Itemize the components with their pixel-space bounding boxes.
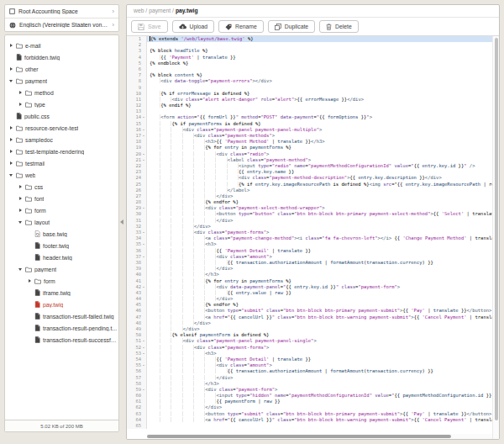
code-line-21[interactable]: 21- <label class="payment-method"> (127, 157, 493, 163)
code-text[interactable]: <h3> (147, 241, 493, 247)
code-text[interactable]: <button type="submit" class="btn btn-blo… (147, 411, 493, 417)
caret-down-icon[interactable] (18, 219, 23, 225)
code-line-17[interactable]: 17- <div class="payment-methods"> (127, 133, 493, 139)
code-line-52[interactable]: 52- <div class="payment-forms"> (127, 345, 493, 351)
code-text[interactable] (147, 85, 493, 91)
code-text[interactable]: </div> (147, 296, 493, 302)
code-text[interactable]: <h3> (147, 351, 493, 357)
breadcrumb-segment-web[interactable]: web (134, 8, 144, 13)
code-text[interactable]: <div class="payment-form"> (147, 387, 493, 393)
tree-folder-testmail[interactable]: testmail (5, 157, 118, 169)
tree-folder-font[interactable]: font (5, 193, 118, 204)
fold-marker[interactable]: - (141, 151, 146, 157)
code-line-5[interactable]: 5{% endblock %} (127, 61, 493, 66)
tree-file-header.twig[interactable]: header.twig (5, 251, 118, 263)
tree-folder-sampledoc[interactable]: sampledoc (5, 134, 118, 145)
code-line-27[interactable]: 27 </div> (127, 193, 493, 199)
fold-marker[interactable]: - (141, 254, 146, 260)
caret-right-icon[interactable] (9, 137, 13, 142)
fold-marker[interactable]: - (141, 284, 146, 290)
fold-marker[interactable]: - (141, 345, 146, 351)
code-line-60[interactable]: 60 <input type="hidden" name="paymentMet… (127, 393, 493, 399)
code-text[interactable]: <input type="radio" name="paymentMethodC… (147, 163, 493, 169)
code-line-8[interactable]: 8 <div data-toggle="payment-errors"></di… (127, 78, 493, 84)
tree-file-pay.twig[interactable]: pay.twig (5, 299, 118, 310)
code-line-59[interactable]: 59- <div class="payment-form"> (127, 387, 493, 393)
code-text[interactable]: </div> (147, 404, 493, 410)
code-line-14[interactable]: 14- <form action="{{ formUrl }}" method=… (127, 114, 493, 120)
tree-file-transaction-result-pending.t...[interactable]: transaction-result-pending.t... (5, 322, 118, 334)
caret-right-icon[interactable] (9, 66, 13, 71)
code-text[interactable]: <div class="payment-panel payment-panel-… (147, 338, 493, 344)
code-line-64[interactable]: 64 <a href="{{ cancelUrl }}" class="btn … (127, 417, 493, 423)
code-line-33[interactable]: 33- <div class="payment-forms"> (127, 230, 493, 235)
code-text[interactable]: {% if errorMessage is defined %} (147, 91, 493, 97)
fold-marker[interactable]: - (141, 351, 146, 357)
code-text[interactable]: <a href="{{ cancelUrl }}" class="btn btn… (147, 417, 493, 423)
code-line-38[interactable]: 38 {{ transaction.authorizationAmount | … (127, 260, 493, 266)
code-text[interactable]: <input type="hidden" name="paymentMethod… (147, 393, 493, 399)
code-line-31[interactable]: 31 </div> (127, 218, 493, 224)
code-text[interactable]: </div> (147, 375, 493, 381)
tree-folder-test-template-rendering[interactable]: test-template-rendering (5, 145, 118, 157)
code-line-9[interactable]: 9 (127, 85, 493, 91)
code-text[interactable]: <div data-toggle="payment-errors"></div> (147, 78, 493, 84)
caret-right-icon[interactable] (18, 90, 23, 95)
tree-file-public.css[interactable]: public.css (5, 110, 118, 122)
tree-folder-type[interactable]: type (5, 98, 118, 110)
code-text[interactable]: {{ paymentForm | raw }} (147, 399, 493, 404)
tree-folder-resource-service-test[interactable]: resource-service-test (5, 122, 118, 134)
tree-file-base.twig[interactable]: base.twig (5, 228, 118, 240)
code-text[interactable] (147, 42, 493, 48)
tree-file-iframe.twig[interactable]: iframe.twig (5, 287, 118, 299)
code-line-49[interactable]: 49 </div> (127, 326, 493, 332)
code-text[interactable]: <button type="submit" class="btn btn-blo… (147, 308, 493, 314)
code-text[interactable]: <div class="payment-panel payment-panel-… (147, 127, 493, 133)
code-text[interactable]: <h3>{{ 'Payment Method' | translate }}</… (147, 139, 493, 145)
tree-folder-payment[interactable]: payment (5, 75, 118, 87)
code-line-24[interactable]: 24 <div class="payment-method-descriptio… (127, 175, 493, 181)
caret-right-icon[interactable] (18, 208, 23, 213)
code-text[interactable]: <div class="amount"> (147, 254, 493, 260)
code-line-34[interactable]: 34 <a class="payment-change-method"><i c… (127, 235, 493, 241)
code-text[interactable]: {% elseif paymentForm is defined %} (147, 332, 493, 338)
code-line-45[interactable]: 45 {% endfor %} (127, 302, 493, 308)
code-line-1[interactable]: 1{% extends '/web/layout/base.twig' %} (127, 36, 493, 42)
code-line-11[interactable]: 11 <div class="alert alert-danger" role=… (127, 97, 493, 103)
code-line-55[interactable]: 55- <div class="amount"> (127, 362, 493, 368)
rename-button[interactable]: Rename (218, 20, 264, 33)
code-line-63[interactable]: 63 <button type="submit" class="btn btn-… (127, 411, 493, 417)
fold-marker[interactable]: - (141, 241, 146, 247)
code-line-61[interactable]: 61 {{ paymentForm | raw }} (127, 399, 493, 404)
code-text[interactable]: {{ transaction.authorizationAmount | for… (147, 368, 493, 374)
code-text[interactable]: </div> (147, 193, 493, 199)
fold-marker[interactable]: - (141, 205, 146, 211)
code-line-13[interactable]: 13 (127, 108, 493, 114)
code-text[interactable]: <a class="payment-change-method"><i clas… (147, 235, 493, 241)
code-text[interactable]: <div class="payment-select-method-wrappe… (147, 205, 493, 211)
tree-folder-web[interactable]: web (5, 169, 118, 181)
code-editor[interactable]: 1{% extends '/web/layout/base.twig' %}23… (127, 36, 499, 439)
code-text[interactable]: <label class="payment-method"> (147, 157, 493, 163)
code-text[interactable]: {{ entry.value | raw }} (147, 290, 493, 296)
code-line-23[interactable]: 23 {{ entry.key.name }} (127, 169, 493, 175)
code-text[interactable]: </h3> (147, 272, 493, 278)
code-line-2[interactable]: 2 (127, 42, 493, 48)
tree-folder-e-mail[interactable]: e-mail (5, 40, 118, 51)
code-line-25[interactable]: 25 {% if entry.key.imageResourcePath is … (127, 182, 493, 188)
code-line-56[interactable]: 56 {{ transaction.authorizationAmount | … (127, 368, 493, 374)
code-text[interactable]: <div class="payment-method-description">… (147, 175, 493, 181)
code-line-37[interactable]: 37- <div class="amount"> (127, 254, 493, 260)
code-line-46[interactable]: 46 <button type="submit" class="btn btn-… (127, 308, 493, 314)
code-text[interactable]: </h3> (147, 381, 493, 387)
code-text[interactable] (147, 66, 493, 72)
code-line-43[interactable]: 43 {{ entry.value | raw }} (127, 290, 493, 296)
code-line-48[interactable]: 48 </div> (127, 320, 493, 326)
code-text[interactable]: {% for entry in paymentForms %} (147, 145, 493, 151)
code-text[interactable]: </div> (147, 224, 493, 230)
tree-folder-form[interactable]: form (5, 275, 118, 287)
code-text[interactable]: <form action="{{ formUrl }}" method="POS… (147, 114, 493, 120)
upload-button[interactable]: Upload (172, 20, 215, 33)
code-text[interactable]: <div class="radio"> (147, 151, 493, 157)
code-text[interactable]: <div class="payment-methods"> (147, 133, 493, 139)
